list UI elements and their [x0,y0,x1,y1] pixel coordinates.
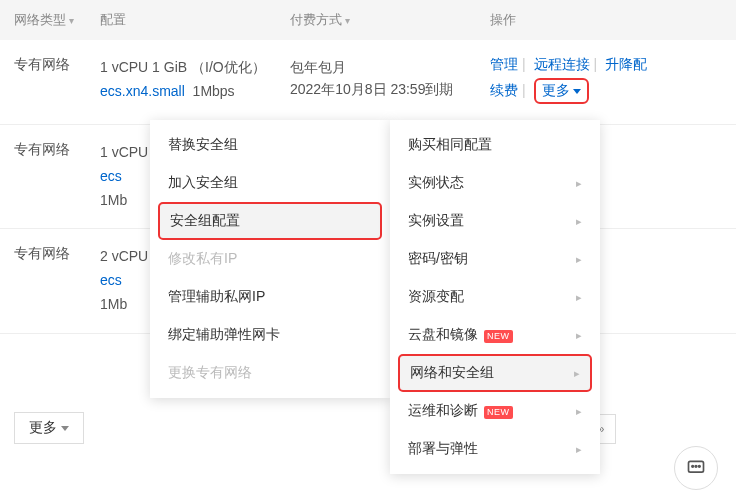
cell-network: 专有网络 [0,141,100,212]
chevron-right-icon: ▸ [576,329,582,342]
header-config: 配置 [100,11,290,29]
upgrade-link[interactable]: 升降配 [605,56,647,72]
header-payment[interactable]: 付费方式▾ [290,11,490,29]
expire-date: 2022年10月8日 23:59到期 [290,78,490,100]
new-badge: NEW [484,330,513,343]
renew-link[interactable]: 续费 [490,82,518,98]
chevron-right-icon: ▸ [576,443,582,456]
bottom-toolbar: 更多 [14,412,84,444]
instance-type-link[interactable]: ecs [100,272,122,288]
chat-icon[interactable] [674,446,718,490]
menu-item-bind-eni[interactable]: 绑定辅助弹性网卡 [150,316,390,354]
chevron-right-icon: ▸ [576,215,582,228]
chevron-right-icon: ▸ [576,253,582,266]
cell-network: 专有网络 [0,245,100,316]
manage-link[interactable]: 管理 [490,56,518,72]
menu-item-replace-sg[interactable]: 替换安全组 [150,126,390,164]
menu-item-join-sg[interactable]: 加入安全组 [150,164,390,202]
cell-config: 1 vCPU 1 GiB （I/O优化） ecs.xn4.small 1Mbps [100,56,290,108]
submenu-security-group: 替换安全组 加入安全组 安全组配置 修改私有IP 管理辅助私网IP 绑定辅助弹性… [150,120,390,398]
menu-item-instance-status[interactable]: 实例状态▸ [390,164,600,202]
more-filter-button[interactable]: 更多 [14,412,84,444]
instance-type-link[interactable]: ecs [100,168,122,184]
menu-item-sg-config[interactable]: 安全组配置 [158,202,382,240]
new-badge: NEW [484,406,513,419]
menu-item-network-sg[interactable]: 网络和安全组▸ [398,354,592,392]
menu-item-buy-same[interactable]: 购买相同配置 [390,126,600,164]
sort-icon: ▾ [69,15,74,26]
chevron-right-icon: ▸ [576,291,582,304]
cell-payment: 包年包月 2022年10月8日 23:59到期 [290,56,490,108]
cell-actions: 管理| 远程连接| 升降配 续费| 更多 [490,56,736,108]
menu-item-resource-change[interactable]: 资源变配▸ [390,278,600,316]
chevron-down-icon [61,426,69,431]
payment-type: 包年包月 [290,56,490,78]
header-action: 操作 [490,11,736,29]
chevron-right-icon: ▸ [574,367,580,380]
table-row: 专有网络 1 vCPU 1 GiB （I/O优化） ecs.xn4.small … [0,40,736,125]
menu-item-manage-private-ip[interactable]: 管理辅助私网IP [150,278,390,316]
instance-type-link[interactable]: ecs.xn4.small [100,83,185,99]
sort-icon: ▾ [345,15,350,26]
menu-item-deploy-elastic[interactable]: 部署与弹性▸ [390,430,600,468]
header-network[interactable]: 网络类型▾ [0,11,100,29]
chevron-down-icon [573,89,581,94]
chevron-right-icon: ▸ [576,405,582,418]
svg-point-1 [692,466,694,468]
chevron-right-icon: ▸ [576,177,582,190]
remote-link[interactable]: 远程连接 [534,56,590,72]
config-spec-line: 1 vCPU 1 GiB （I/O优化） [100,56,290,80]
menu-item-disk-image[interactable]: 云盘和镜像NEW▸ [390,316,600,354]
menu-item-change-vpc: 更换专有网络 [150,354,390,392]
menu-item-instance-settings[interactable]: 实例设置▸ [390,202,600,240]
svg-point-2 [695,466,697,468]
cell-network: 专有网络 [0,56,100,108]
menu-item-password-key[interactable]: 密码/密钥▸ [390,240,600,278]
table-header: 网络类型▾ 配置 付费方式▾ 操作 [0,0,736,40]
menu-item-ops-diag[interactable]: 运维和诊断NEW▸ [390,392,600,430]
bandwidth-label: 1Mbps [193,83,235,99]
more-dropdown[interactable]: 更多 [534,78,589,104]
dropdown-more-menu: 购买相同配置 实例状态▸ 实例设置▸ 密码/密钥▸ 资源变配▸ 云盘和镜像NEW… [390,120,600,474]
menu-item-modify-ip: 修改私有IP [150,240,390,278]
svg-point-3 [699,466,701,468]
